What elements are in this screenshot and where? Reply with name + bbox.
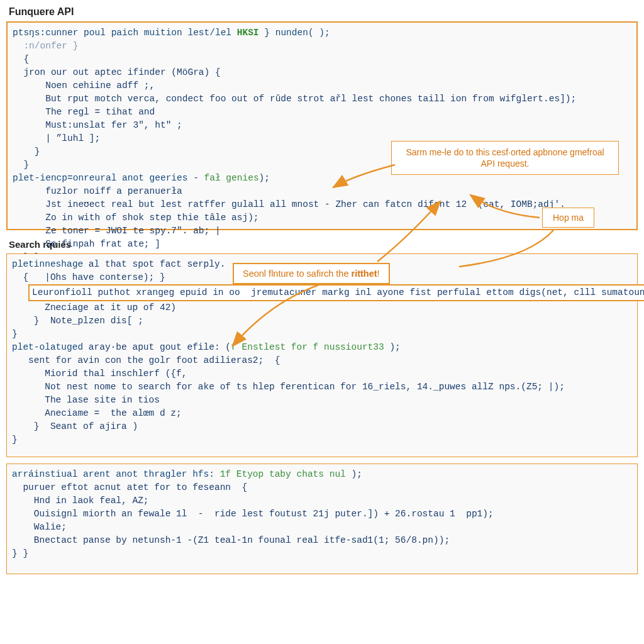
annotation-banner: Seonl flnture to safirch the ritthet! — [233, 263, 390, 284]
code-block-3: arráinstiual arent anot thragler hfs: 1f… — [6, 464, 638, 574]
code-block-1: ptsŋs:cunner poul paich muition lest/lel… — [6, 21, 638, 230]
highlighted-code-line: Leuronfioll puthot xrangeg epuid in oo j… — [28, 284, 644, 301]
section-title-api: Funquere API — [9, 6, 644, 18]
code-content-2: pletinneshaɡe al that spot fact serply. … — [12, 258, 632, 447]
code-content-3: arráinstiual arent anot thragler hfs: 1f… — [12, 468, 632, 560]
annotation-hop-ma[interactable]: Hop ma — [542, 208, 594, 228]
annotation-api-request: Sarm me-le do to this cesf·orted apbnone… — [391, 141, 619, 175]
